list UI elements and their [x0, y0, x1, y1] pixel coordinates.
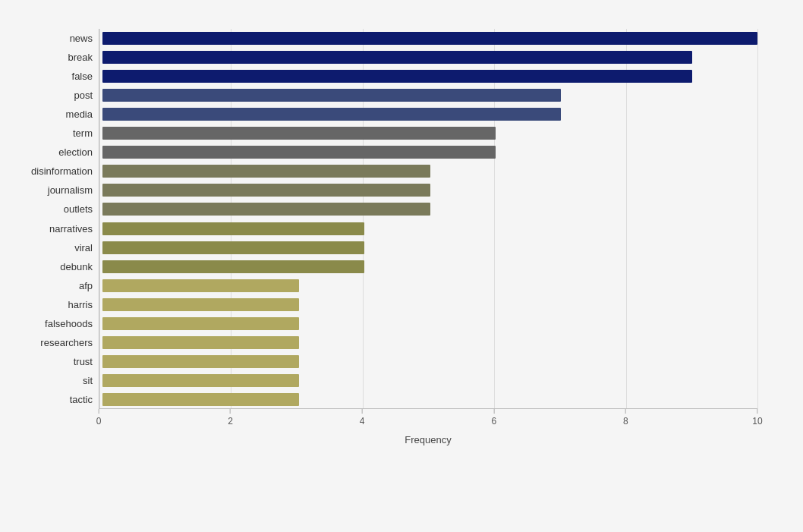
bar	[102, 260, 364, 273]
bar-row	[102, 297, 757, 312]
bar-row	[102, 335, 757, 350]
y-label: news	[70, 29, 93, 48]
x-tick: 6	[491, 409, 496, 427]
bar-row	[102, 392, 757, 407]
bar	[102, 279, 299, 292]
bar	[102, 336, 299, 349]
y-label: viral	[74, 238, 93, 257]
bar-row	[102, 373, 757, 388]
bars-area	[99, 29, 757, 409]
y-label: harris	[68, 295, 93, 314]
bar-row	[102, 183, 757, 198]
y-label: break	[68, 48, 93, 67]
y-label: disinformation	[31, 162, 93, 181]
bar	[102, 355, 299, 368]
y-label: term	[73, 124, 93, 143]
bar-row	[102, 354, 757, 369]
x-tick-line	[757, 409, 757, 414]
bar-row	[102, 145, 757, 160]
bar	[102, 108, 561, 121]
grid-line	[626, 29, 627, 409]
y-label: false	[72, 67, 93, 86]
bar	[102, 298, 299, 311]
bar	[102, 89, 561, 102]
bar-row	[102, 164, 757, 179]
bar	[102, 165, 430, 178]
bar-row	[102, 31, 757, 46]
x-tick-label: 0	[96, 416, 102, 427]
bar-row	[102, 50, 757, 65]
x-tick: 2	[228, 409, 233, 427]
bar-row	[102, 259, 757, 274]
bar	[102, 51, 692, 64]
bar	[102, 70, 692, 83]
x-tick-label: 6	[491, 416, 496, 427]
bar	[102, 32, 757, 45]
y-axis: newsbreakfalsepostmediatermelectiondisin…	[15, 29, 99, 409]
x-tick-line	[362, 409, 363, 414]
bar	[102, 203, 430, 216]
bar	[102, 184, 430, 197]
bar	[102, 393, 299, 406]
y-label: falsehoods	[45, 314, 93, 333]
grid-line	[363, 29, 364, 409]
grid-line	[757, 29, 758, 409]
bar-row	[102, 69, 757, 84]
chart-container: newsbreakfalsepostmediatermelectiondisin…	[0, 0, 803, 532]
bar-row	[102, 316, 757, 331]
x-tick-label: 10	[752, 416, 762, 427]
x-axis: 0246810Frequency	[99, 409, 757, 447]
x-tick-line	[493, 409, 494, 414]
y-label: outlets	[64, 200, 93, 219]
bar	[102, 374, 299, 387]
y-label: debunk	[60, 257, 93, 276]
bar-row	[102, 221, 757, 236]
bar	[102, 241, 364, 254]
x-tick-line	[230, 409, 231, 414]
bar-row	[102, 88, 757, 103]
x-tick-label: 4	[360, 416, 365, 427]
y-label: tactic	[70, 390, 93, 409]
x-axis-label: Frequency	[405, 434, 451, 445]
bar-row	[102, 107, 757, 122]
bar	[102, 146, 496, 159]
bar-row	[102, 126, 757, 141]
y-label: narratives	[49, 219, 93, 238]
y-label: post	[74, 86, 93, 105]
bar	[102, 317, 299, 330]
x-tick-label: 8	[623, 416, 628, 427]
y-label: media	[66, 105, 93, 124]
x-tick-line	[99, 409, 99, 414]
y-label: trust	[74, 352, 93, 371]
bar	[102, 127, 496, 140]
grid-line	[231, 29, 231, 409]
y-label: journalism	[48, 181, 93, 200]
x-tick: 10	[752, 409, 762, 427]
y-label: sit	[83, 371, 93, 390]
bar-row	[102, 278, 757, 293]
grid-line	[99, 29, 100, 409]
x-tick-line	[625, 409, 626, 414]
bar	[102, 222, 364, 235]
y-label: election	[58, 143, 93, 162]
x-tick: 0	[96, 409, 102, 427]
x-tick-label: 2	[228, 416, 233, 427]
x-tick: 4	[360, 409, 365, 427]
bar-row	[102, 202, 757, 217]
bar-row	[102, 240, 757, 255]
x-tick: 8	[623, 409, 628, 427]
y-label: researchers	[40, 333, 93, 352]
y-label: afp	[79, 276, 93, 295]
grid-line	[494, 29, 495, 409]
